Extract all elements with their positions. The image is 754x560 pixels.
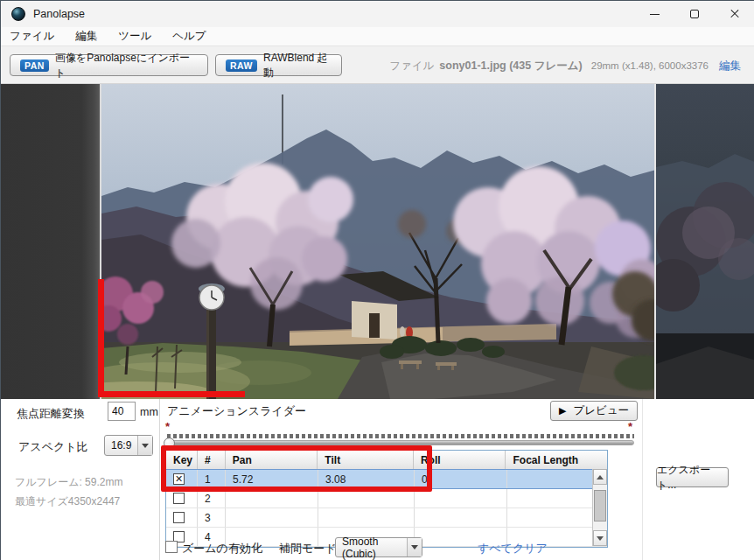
minimize-button[interactable] (634, 1, 674, 27)
cell-tilt[interactable] (318, 489, 415, 508)
focal-length-input[interactable] (108, 402, 136, 421)
menu-tools[interactable]: ツール (108, 29, 162, 44)
scrollbar-thumb[interactable] (594, 490, 606, 522)
chevron-down-icon (137, 436, 152, 455)
export-panel: エクスポート... (642, 399, 754, 560)
interpolation-mode-select[interactable]: Smooth (Cubic) (335, 537, 422, 557)
pan-badge-icon: PAN (20, 60, 49, 72)
focal-length-label: 焦点距離変換 (17, 406, 85, 422)
annotation-red-rectangle (161, 445, 432, 492)
toolbar: PAN 画像をPanolapseにインポート RAW RAWBlend 起動 フ… (1, 46, 754, 84)
photo-scene (101, 84, 656, 399)
header-focal-length[interactable]: Focal Length (506, 451, 607, 470)
cell-num: 3 (198, 508, 226, 527)
image-viewport[interactable]: i (1, 84, 754, 399)
key-checkbox[interactable] (173, 493, 185, 504)
cell-roll[interactable] (415, 508, 507, 527)
menu-file[interactable]: ファイル (1, 29, 65, 44)
timeline-tick-track (167, 434, 634, 438)
maximize-icon (690, 10, 699, 18)
export-button[interactable]: エクスポート... (656, 467, 729, 487)
window-controls (634, 1, 754, 27)
cell-roll[interactable] (415, 489, 507, 508)
rawblend-button-label: RAWBlend 起動 (263, 51, 332, 80)
scroll-up-icon[interactable] (593, 469, 607, 485)
photo-preview[interactable] (100, 84, 654, 399)
keyframe-marker-end: * (628, 420, 632, 433)
optimal-size-text: 最適サイズ4350x2447 (15, 494, 120, 509)
panolapse-window: Panolapse ファイル 編集 ツール ヘルプ PAN 画像をPanolap… (0, 0, 754, 560)
cell-focal[interactable] (507, 489, 594, 508)
title-bar: Panolapse (1, 1, 754, 27)
table-row[interactable]: 3 (166, 508, 607, 528)
table-scrollbar[interactable] (592, 469, 607, 546)
fullframe-text: フルフレーム: 59.2mm (15, 475, 122, 490)
edit-link[interactable]: 編集 (719, 59, 741, 74)
cell-pan[interactable] (226, 489, 318, 508)
file-info-filename: sony01-1.jpg (435 フレーム) (439, 59, 582, 74)
menu-help[interactable]: ヘルプ (162, 29, 216, 44)
rawblend-launch-button[interactable]: RAW RAWBlend 起動 (215, 54, 342, 76)
annotation-red-line-vertical (98, 279, 104, 397)
import-button-label: 画像をPanolapseにインポート (55, 51, 198, 80)
annotation-red-line-horizontal (98, 391, 245, 397)
cell-pan[interactable] (226, 508, 318, 527)
cell-num: 2 (198, 489, 226, 508)
close-button[interactable] (715, 1, 754, 27)
aspect-ratio-value: 16:9 (105, 436, 137, 455)
cell-focal[interactable] (507, 508, 594, 527)
maximize-button[interactable] (674, 1, 715, 27)
app-icon (11, 7, 25, 21)
file-info: ファイル sony01-1.jpg (435 フレーム) 29mm (x1.48… (389, 59, 741, 74)
preview-button-label: プレビュー (573, 403, 629, 418)
import-images-button[interactable]: PAN 画像をPanolapseにインポート (10, 54, 208, 76)
preview-button[interactable]: ▶ プレビュー (550, 401, 638, 421)
enable-zoom-label: ズームの有効化 (182, 541, 262, 556)
file-info-meta: 29mm (x1.48), 6000x3376 (591, 60, 709, 71)
cell-tilt[interactable] (318, 508, 415, 527)
viewport-dim-left (1, 84, 100, 399)
table-row[interactable]: 2 (166, 489, 607, 508)
settings-panel: 焦点距離変換 mm アスペクト比 16:9 フルフレーム: 59.2mm 最適サ… (1, 399, 160, 560)
dim-scene (656, 84, 754, 399)
play-icon: ▶ (559, 405, 566, 416)
minimize-icon (650, 14, 660, 15)
aspect-ratio-select[interactable]: 16:9 (104, 435, 153, 456)
clear-all-link[interactable]: すべてクリア (478, 541, 548, 556)
menu-edit[interactable]: 編集 (65, 29, 108, 44)
chevron-down-icon (407, 538, 422, 556)
keyframe-marker-start: * (165, 420, 170, 433)
scroll-down-icon[interactable] (593, 530, 607, 546)
animation-slider-title: アニメーションスライダー (167, 403, 306, 419)
aspect-ratio-label: アスペクト比 (18, 439, 88, 455)
focal-length-unit: mm (140, 406, 158, 418)
interpolation-mode-value: Smooth (Cubic) (336, 538, 407, 556)
key-checkbox[interactable] (173, 512, 185, 523)
viewport-dim-right (654, 84, 754, 399)
menu-bar: ファイル 編集 ツール ヘルプ (1, 27, 754, 46)
close-icon (730, 9, 740, 19)
raw-badge-icon: RAW (226, 60, 257, 72)
file-info-prefix: ファイル (389, 59, 434, 74)
cell-focal[interactable] (507, 470, 594, 488)
enable-zoom-checkbox[interactable] (165, 541, 178, 553)
window-title: Panolapse (33, 8, 85, 20)
